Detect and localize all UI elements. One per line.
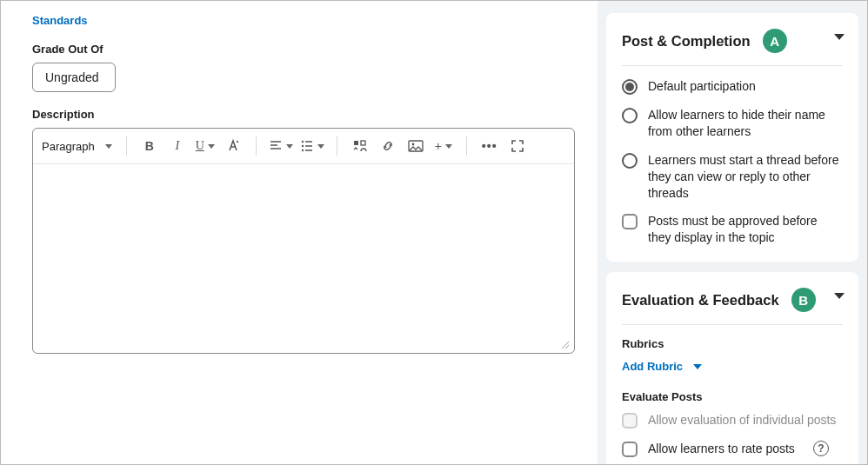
- option-approve-posts[interactable]: Posts must be approved before they displ…: [622, 213, 843, 246]
- option-label: Allow evaluation of individual posts: [648, 412, 836, 428]
- description-textarea[interactable]: [33, 164, 574, 339]
- divider: [622, 324, 843, 325]
- svg-line-16: [565, 345, 569, 349]
- grade-label: Grade Out Of: [32, 43, 575, 56]
- svg-rect-12: [361, 141, 365, 145]
- option-label: Allow learners to hide their name from o…: [648, 107, 843, 140]
- link-icon: [381, 139, 395, 153]
- image-icon: [408, 140, 424, 152]
- text-color-button[interactable]: [223, 136, 244, 156]
- checkbox-icon: [622, 413, 638, 428]
- svg-point-14: [411, 143, 414, 146]
- badge-b: B: [791, 288, 816, 312]
- italic-button[interactable]: I: [167, 136, 188, 156]
- checkbox-icon: [622, 442, 638, 457]
- rubrics-label: Rubrics: [622, 337, 843, 350]
- grade-out-of-value: Ungraded: [45, 70, 99, 84]
- description-label: Description: [32, 108, 575, 121]
- grade-out-of-selector[interactable]: Ungraded: [32, 63, 116, 92]
- toolbar-separator: [256, 136, 257, 156]
- toolbar-separator: [126, 136, 127, 156]
- option-default-participation[interactable]: Default participation: [622, 78, 843, 95]
- fullscreen-icon: [511, 139, 524, 153]
- paragraph-style-label: Paragraph: [42, 140, 95, 153]
- evaluate-posts-row: Allow evaluation of individual posts ?: [622, 412, 843, 428]
- list-icon: [300, 139, 314, 153]
- image-button[interactable]: [405, 136, 426, 156]
- post-completion-card: Post & Completion A Default participatio…: [606, 13, 858, 262]
- chevron-down-icon: [286, 144, 293, 149]
- resize-icon: [560, 340, 571, 350]
- right-sidebar: Post & Completion A Default participatio…: [598, 1, 867, 464]
- rich-text-editor: Paragraph B I U: [32, 128, 575, 354]
- standards-link[interactable]: Standards: [32, 14, 88, 27]
- badge-a: A: [763, 29, 787, 53]
- list-button[interactable]: [300, 136, 324, 156]
- align-button[interactable]: [269, 136, 293, 156]
- insert-stuff-button[interactable]: [350, 136, 371, 156]
- divider: [622, 65, 843, 66]
- svg-line-15: [562, 342, 569, 349]
- svg-rect-11: [354, 141, 358, 145]
- evaluation-header: Evaluation & Feedback B: [622, 288, 843, 312]
- chevron-down-icon: [208, 144, 215, 149]
- align-icon: [269, 139, 283, 153]
- option-label: Learners must start a thread before they…: [648, 152, 843, 202]
- toolbar-separator: [466, 136, 467, 156]
- evaluate-posts-label: Evaluate Posts: [622, 390, 843, 403]
- post-completion-header: Post & Completion A: [622, 29, 843, 53]
- paragraph-style-dropdown[interactable]: Paragraph: [42, 140, 112, 153]
- option-label: Posts must be approved before they displ…: [648, 213, 843, 246]
- chevron-down-icon: [445, 144, 452, 149]
- fullscreen-button[interactable]: [507, 136, 528, 156]
- svg-point-6: [302, 145, 304, 147]
- radio-icon: [622, 153, 638, 169]
- editor-toolbar: Paragraph B I U: [33, 129, 574, 164]
- option-allow-individual: Allow evaluation of individual posts: [622, 412, 843, 428]
- checkbox-icon: [622, 214, 638, 229]
- link-button[interactable]: [377, 136, 398, 156]
- collapse-toggle[interactable]: [834, 34, 845, 40]
- post-completion-title: Post & Completion: [622, 33, 751, 50]
- chevron-down-icon: [693, 364, 702, 369]
- underline-button[interactable]: U: [195, 136, 216, 156]
- option-label: Allow learners to rate posts: [648, 441, 795, 457]
- collapse-toggle[interactable]: [834, 293, 845, 299]
- option-label: Default participation: [648, 78, 756, 95]
- svg-point-5: [302, 141, 304, 143]
- option-allow-rate[interactable]: Allow learners to rate posts: [622, 441, 843, 457]
- resize-handle[interactable]: [560, 339, 572, 351]
- insert-stuff-icon: [352, 139, 368, 153]
- toolbar-separator: [337, 136, 337, 156]
- add-rubric-button[interactable]: Add Rubric: [622, 360, 702, 373]
- radio-icon: [622, 79, 638, 95]
- option-hide-name[interactable]: Allow learners to hide their name from o…: [622, 107, 843, 140]
- bold-button[interactable]: B: [139, 136, 160, 156]
- svg-point-7: [302, 149, 304, 151]
- insert-more-button[interactable]: +: [433, 136, 454, 156]
- chevron-down-icon: [105, 144, 112, 149]
- app-frame: Standards Grade Out Of Ungraded Descript…: [0, 0, 868, 465]
- main-column: Standards Grade Out Of Ungraded Descript…: [1, 1, 598, 464]
- option-start-thread[interactable]: Learners must start a thread before they…: [622, 152, 843, 202]
- text-color-icon: [226, 139, 240, 153]
- evaluation-title: Evaluation & Feedback: [622, 292, 779, 309]
- add-rubric-label: Add Rubric: [622, 360, 683, 373]
- evaluation-feedback-card: Evaluation & Feedback B Rubrics Add Rubr…: [606, 272, 858, 464]
- more-actions-button[interactable]: •••: [479, 136, 500, 156]
- radio-icon: [622, 108, 638, 123]
- chevron-down-icon: [317, 144, 324, 149]
